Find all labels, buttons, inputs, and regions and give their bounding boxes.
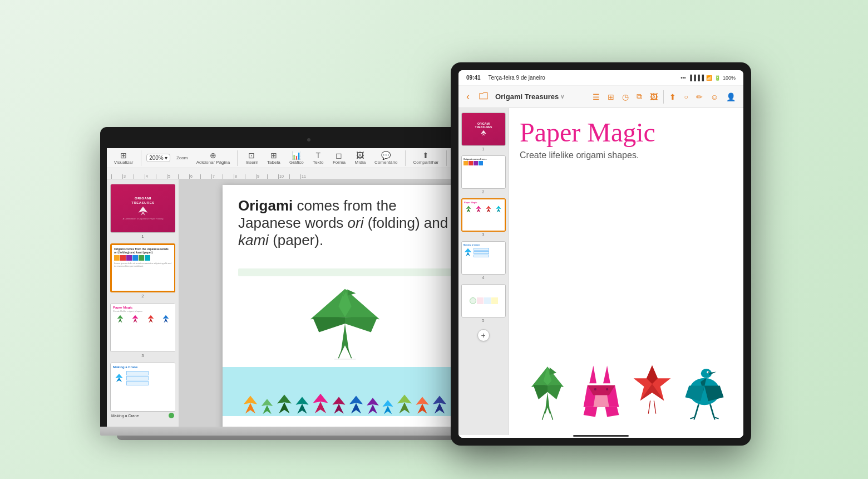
svg-marker-11 [116,378,122,382]
origami-rabbit-figure [578,363,625,424]
ipad-home-indicator [458,435,743,438]
toolbar-btn-texto[interactable]: T Texto [310,150,327,166]
svg-marker-25 [263,405,271,414]
svg-marker-41 [399,402,410,413]
ipad-step-bar [474,251,489,254]
zoom-control[interactable]: 200% ▾ [146,154,170,162]
svg-marker-40 [397,394,412,403]
svg-line-78 [648,400,650,413]
zoom-chevron: ▾ [165,155,167,161]
ipad-clock-btn[interactable]: ◷ [620,91,631,102]
toolbar-btn-tabela[interactable]: ⊞ Tabela [264,150,283,166]
ipad-image-btn[interactable]: 🖼 [648,91,660,102]
ipad-back-btn[interactable]: ‹ [464,90,472,104]
svg-line-79 [654,400,655,413]
svg-point-73 [594,388,596,390]
svg-marker-66 [589,365,596,383]
ipad-title-chevron: ∨ [560,94,564,100]
svg-marker-60 [533,385,548,399]
thumb2-colors [114,255,172,261]
ruler-mark [200,174,211,179]
ipad-color-block [468,161,473,165]
thumb3-crane-icon [116,315,125,325]
ipad-grid-btn[interactable]: ⊞ [605,91,617,102]
ipad-add-page-area: + [461,329,505,341]
ipad-pen-btn[interactable]: ✏ [694,91,705,102]
ipad-toolbar-right: ☰ ⊞ ◷ ⧉ 🖼 ⬆ ○ ✏ ☺ 👤 [590,90,738,104]
toolbar-btn-forma[interactable]: ◻ Forma [330,150,349,166]
page-thumb-3[interactable]: Paper Magic Create lifelike origami shap… [110,303,175,358]
toolbar-btn-add-page[interactable]: ⊕ Adicionar Página [194,150,232,166]
svg-marker-70 [593,395,609,407]
ipad-color-block [474,161,478,165]
page-thumb-2[interactable]: Origami comes from the Japanese words or… [110,243,175,299]
ipad-step-bar [474,248,489,251]
ipad-crane-icon [522,363,573,424]
toolbar-btn-zoom[interactable]: Zoom [174,154,191,162]
tabela-icon: ⊞ [270,151,277,159]
ruler-mark [134,174,145,179]
doc-bird-lime-icon [395,394,414,416]
page-thumb-4[interactable]: Making a Crane [110,363,175,418]
svg-marker-30 [313,393,328,403]
toolbar-btn-inserir[interactable]: ⊡ Inserir [243,150,261,166]
svg-marker-56 [465,248,472,252]
ipad-color-block [463,161,468,165]
ipad-toolbar-sep [663,90,664,104]
grafico-label: Gráfico [289,160,304,165]
svg-marker-13 [345,317,377,332]
svg-marker-39 [384,405,392,414]
ipad-share-btn[interactable]: ⬆ [667,91,678,102]
doc-green-crane-icon [300,285,389,363]
ipad-thumb2-text: Origami comes from... [463,158,504,160]
forma-label: Forma [333,160,346,165]
ruler-mark [178,174,189,179]
ruler-mark: 4 [145,174,156,179]
ipad-doc-figures [509,166,743,435]
svg-marker-47 [482,133,485,136]
ipad-person-btn[interactable]: 👤 [724,91,738,102]
ipad-toolbar: ‹ Origami Treasures ∨ ☰ ⊞ ◷ ⧉ 🖼 [458,86,743,108]
ipad-thumb3-blue-icon [495,206,502,213]
ipad-emoji-btn[interactable]: ☺ [708,91,721,102]
ipad-thumb1-title: ORIGAMITREASURES [475,122,492,129]
ipad-folder-btn[interactable] [476,91,491,102]
ruler-mark [289,174,300,179]
toolbar-btn-compartilhar[interactable]: ⬆ Compartilhar [411,150,441,166]
ipad-thumb-4[interactable]: Making a Crane [461,241,505,280]
thumb2-content: Origami comes from the Japanese words or… [112,245,174,291]
ipad-doc-title: Origami Treasures ∨ [495,92,564,101]
toolbar-btn-midia[interactable]: 🖼 Mídia [352,150,368,166]
ipad-add-page-btn[interactable]: + [477,329,490,341]
toolbar-btn-visualizar[interactable]: ⊞ Visualizar [111,150,136,166]
doc-kami: kami [238,232,269,248]
svg-point-74 [606,388,608,390]
ipad-thumb2-colors [463,161,504,165]
ipad-copy-btn[interactable]: ⧉ [634,91,644,102]
svg-marker-2 [117,315,123,319]
svg-marker-49 [467,208,471,212]
toolbar-btn-grafico[interactable]: 📊 Gráfico [287,150,307,166]
origami-crane-figure [522,363,573,424]
svg-marker-62 [549,368,556,375]
doc-page: Origami comes from the Japanese words or… [223,185,467,427]
thumb3-sub: Create lifelike origami shapes. [113,310,173,312]
ipad-circle-btn[interactable]: ○ [682,92,690,102]
ruler-mark: 11 [300,174,312,179]
thumb2-block [126,255,132,261]
page-thumb-1[interactable]: ORIGAMITREASURES A Celebration of Japane… [110,184,175,239]
svg-marker-37 [368,404,377,413]
svg-line-92 [694,417,695,419]
add-page-icon: ⊕ [210,151,216,159]
ipad-list-btn[interactable]: ☰ [590,91,602,102]
ruler-mark [156,174,167,179]
ipad-thumb-2[interactable]: Origami comes from... 2 [461,155,505,194]
ipad-thumb-5[interactable]: 5 [461,284,505,322]
ipad-thumb5-sq2 [484,297,491,304]
toolbar-btn-comentario[interactable]: 💬 Comentário [372,150,401,166]
doc-heading-bold: Origami [238,197,293,214]
ipad-thumb-1[interactable]: ORIGAMITREASURES 1 [461,113,505,151]
status-time: 09:41 [466,75,481,81]
ipad-thumb-3[interactable]: Paper Magic [461,198,505,237]
ipad-thumb-2-inner: Origami comes from... [461,155,506,189]
